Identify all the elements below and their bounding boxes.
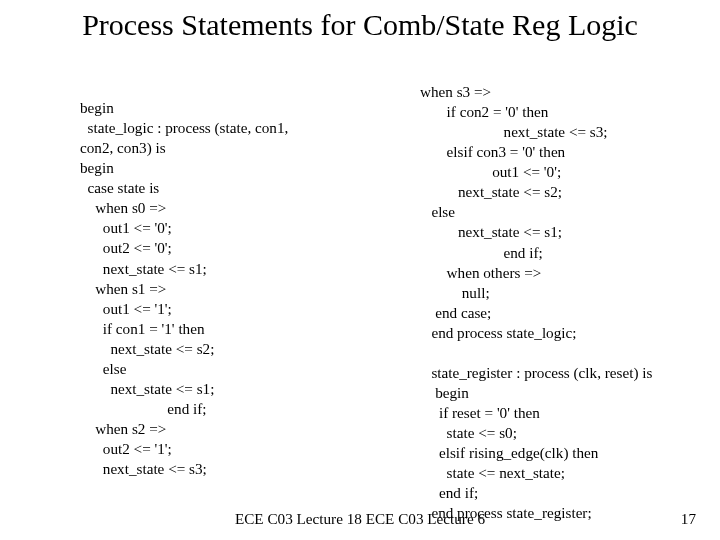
slide: Process Statements for Comb/State Reg Lo… [0, 0, 720, 540]
footer-text: ECE C03 Lecture 18 ECE C03 Lecture 6 [0, 510, 720, 528]
code-column-left: begin state_logic : process (state, con1… [80, 98, 380, 479]
page-number: 17 [681, 510, 696, 528]
slide-title: Process Statements for Comb/State Reg Lo… [0, 8, 720, 43]
code-column-right: when s3 => if con2 = '0' then next_state… [420, 82, 720, 523]
